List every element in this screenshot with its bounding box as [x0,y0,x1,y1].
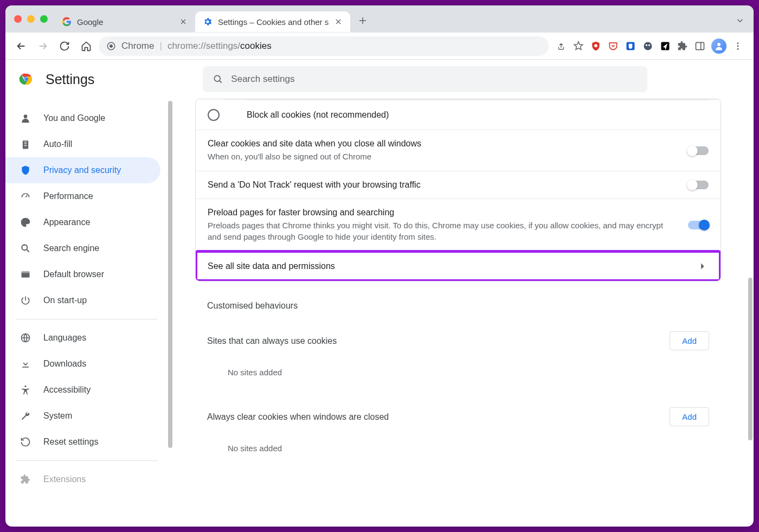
extension-bitwarden-icon[interactable] [625,40,636,52]
sidebar-item-on-startup[interactable]: On start-up [5,287,160,313]
chrome-icon [106,41,116,51]
svg-point-4 [644,42,652,50]
wrench-icon [20,410,31,422]
search-icon [213,74,223,85]
tab-title: Settings – Cookies and other s [218,17,329,27]
customised-behaviours-label: Customised behaviours [195,281,721,324]
extension-send-icon[interactable] [659,40,671,52]
always-use-cookies-section: Sites that can always use cookies Add No… [195,324,721,387]
close-tab-icon[interactable] [179,17,188,26]
browser-icon [20,268,31,280]
extension-ghostery-icon[interactable] [642,40,654,52]
sidebar-item-you-and-google[interactable]: You and Google [5,105,160,131]
puzzle-icon [20,473,31,485]
tab-google[interactable]: Google [54,11,195,32]
search-icon [20,242,31,254]
page-title: Settings [46,72,94,87]
svg-point-16 [215,75,221,81]
clear-on-close-toggle[interactable] [688,146,709,155]
share-icon[interactable] [555,40,567,52]
sidebar-item-default-browser[interactable]: Default browser [5,261,160,287]
clear-on-close-row: Clear cookies and site data when you clo… [196,130,721,171]
svg-point-2 [594,44,597,47]
svg-point-9 [717,43,721,46]
reload-button[interactable] [55,37,74,55]
tab-settings[interactable]: Settings – Cookies and other s [195,11,350,32]
reset-icon [20,436,31,448]
svg-point-12 [737,48,739,49]
settings-header: Settings Search settings [5,60,754,99]
close-tab-icon[interactable] [334,17,343,26]
settings-favicon [203,17,213,27]
add-always-clear-button[interactable]: Add [670,407,709,426]
sidebar-item-appearance[interactable]: Appearance [5,209,160,235]
tab-title: Google [77,17,173,27]
add-always-use-button[interactable]: Add [670,331,709,350]
dnt-toggle[interactable] [688,181,709,189]
separator: | [159,41,162,52]
forward-button[interactable] [34,37,52,55]
sidebar-item-languages[interactable]: Languages [5,325,160,351]
svg-point-10 [737,42,739,44]
google-favicon [62,17,72,27]
chevron-right-icon [697,260,709,272]
extensions-puzzle-icon[interactable] [677,40,689,52]
address-bar[interactable]: Chrome | chrome://settings/cookies [99,36,549,56]
do-not-track-row: Send a 'Do Not Track' request with your … [196,171,721,198]
preload-toggle[interactable] [688,221,709,229]
sidebar-item-downloads[interactable]: Downloads [5,351,160,377]
menu-kebab-icon[interactable] [732,40,744,52]
side-panel-icon[interactable] [694,40,706,52]
see-all-site-data-row[interactable]: See all site data and permissions [196,251,721,281]
sidebar-separator [16,460,157,461]
globe-icon [20,332,31,344]
always-clear-cookies-section: Always clear cookies when windows are cl… [195,400,721,463]
sidebar-item-privacy[interactable]: Privacy and security [5,157,160,183]
new-tab-button[interactable] [355,12,371,29]
person-icon [20,112,31,124]
maximize-window-button[interactable] [40,15,48,23]
window-controls [11,15,54,23]
cookies-card: Block all cookies (not recommended) Clea… [195,99,721,281]
block-all-cookies-row[interactable]: Block all cookies (not recommended) [196,100,721,130]
minimize-window-button[interactable] [27,15,35,23]
sidebar-item-extensions[interactable]: Extensions [5,466,160,492]
home-button[interactable] [77,37,95,55]
sidebar-item-performance[interactable]: Performance [5,183,160,209]
svg-point-1 [110,44,113,48]
no-sites-label: No sites added [195,434,721,463]
sidebar-item-search-engine[interactable]: Search engine [5,235,160,261]
toolbar: Chrome | chrome://settings/cookies [5,33,754,60]
svg-rect-20 [22,271,30,273]
browser-window: Google Settings – Cookies and other s [5,5,754,527]
palette-icon [20,216,31,228]
chrome-logo-icon [18,71,35,87]
tabs-dropdown-button[interactable] [732,12,748,29]
radio-icon[interactable] [208,109,220,121]
extension-ublock-icon[interactable] [590,40,602,52]
toolbar-actions [552,39,747,54]
sidebar-item-autofill[interactable]: Auto-fill [5,131,160,157]
svg-rect-8 [696,42,704,49]
svg-point-22 [24,386,26,387]
accessibility-icon [20,384,31,396]
profile-avatar[interactable] [711,39,726,54]
chevron-down-icon[interactable] [709,109,721,121]
close-window-button[interactable] [14,15,22,23]
speedometer-icon [20,190,31,202]
bookmark-star-icon[interactable] [573,40,584,52]
sidebar-item-reset[interactable]: Reset settings [5,429,160,455]
shield-icon [20,164,31,176]
sidebar-item-accessibility[interactable]: Accessibility [5,377,160,403]
extension-pocket-icon[interactable] [607,40,619,52]
preload-row: Preload pages for faster browsing and se… [196,198,721,251]
tab-strip: Google Settings – Cookies and other s [5,5,754,33]
sidebar: You and Google Auto-fill Privacy and sec… [5,99,168,527]
back-button[interactable] [12,37,30,55]
search-settings-input[interactable]: Search settings [203,66,647,92]
clipboard-icon [20,138,31,150]
sidebar-item-system[interactable]: System [5,403,160,429]
no-sites-label: No sites added [195,358,721,387]
url-text: chrome://settings/cookies [168,41,272,52]
main-scrollbar[interactable] [748,278,752,440]
